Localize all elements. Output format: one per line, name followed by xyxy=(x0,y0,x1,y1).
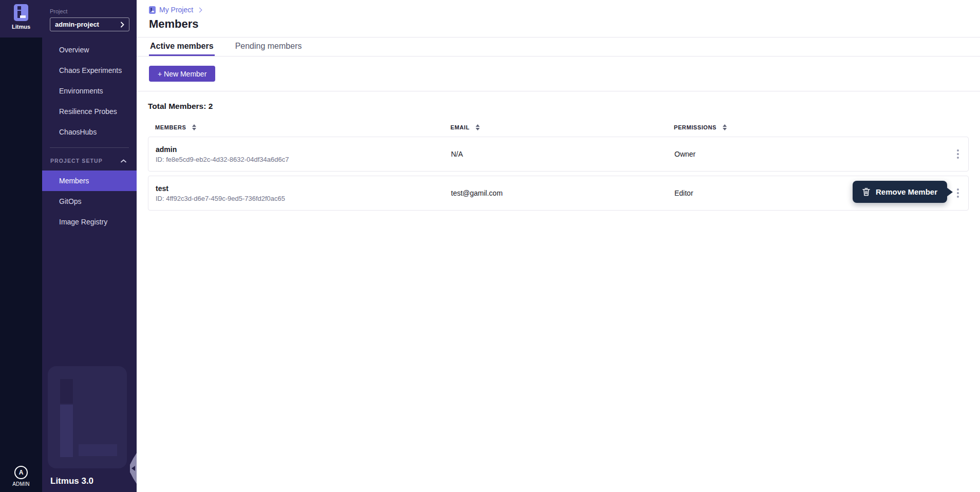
project-selector-value: admin-project xyxy=(55,21,99,28)
trash-icon xyxy=(862,187,870,196)
logo-foot xyxy=(20,15,26,18)
watermark-shape xyxy=(60,405,73,457)
table-row: test ID: 4ff92c3d-d6e7-459c-9ed5-736fd2f… xyxy=(148,176,969,211)
column-header-email: EMAIL xyxy=(450,124,674,130)
member-id: ID: fe8e5cd9-eb2c-4d32-8632-04df34a6d6c7 xyxy=(156,156,451,163)
members-section: Total Members: 2 MEMBERS EMAIL PERMISSIO… xyxy=(137,91,980,492)
members-column-label: MEMBERS xyxy=(155,124,186,130)
chevron-right-icon xyxy=(120,22,124,28)
sidebar-collapse-handle[interactable] xyxy=(130,453,137,484)
member-permission: Owner xyxy=(674,150,940,158)
left-rail: Litmus A ADMIN xyxy=(0,0,42,492)
user-avatar[interactable]: A xyxy=(14,466,28,479)
sidebar-item-members[interactable]: Members xyxy=(42,171,137,191)
project-setup-label: PROJECT SETUP xyxy=(50,158,103,164)
row-menu-button[interactable] xyxy=(955,186,961,200)
app-root: Litmus A ADMIN Project admin-project Ove… xyxy=(0,0,980,492)
sidebar-setup-nav: Members GitOps Image Registry xyxy=(42,171,137,232)
permissions-column-label: PERMISSIONS xyxy=(674,124,717,130)
tab-pending-members[interactable]: Pending members xyxy=(234,37,303,56)
table-row: admin ID: fe8e5cd9-eb2c-4d32-8632-04df34… xyxy=(148,137,969,172)
breadcrumb-project-link[interactable]: My Project xyxy=(159,6,193,14)
watermark-shape xyxy=(60,379,73,404)
remove-member-label: Remove Member xyxy=(876,187,937,196)
breadcrumb: My Project xyxy=(149,6,980,14)
chevron-up-icon xyxy=(121,159,126,163)
member-name: admin xyxy=(156,145,451,154)
row-menu-button[interactable] xyxy=(955,147,961,161)
tab-bar: Active members Pending members xyxy=(137,37,980,56)
user-block: A ADMIN xyxy=(0,466,42,492)
member-name: test xyxy=(156,184,451,193)
sidebar-item-image-registry[interactable]: Image Registry xyxy=(42,212,137,232)
column-header-members: MEMBERS xyxy=(155,124,450,130)
litmus-watermark-logo xyxy=(48,366,127,468)
member-cell: admin ID: fe8e5cd9-eb2c-4d32-8632-04df34… xyxy=(156,145,451,163)
logo-dot xyxy=(17,6,21,10)
brand-block: Litmus xyxy=(0,0,42,37)
sidebar-item-overview[interactable]: Overview xyxy=(42,40,137,60)
member-email: N/A xyxy=(451,150,674,158)
chevron-right-icon xyxy=(197,7,202,12)
sidebar-item-environments[interactable]: Environments xyxy=(42,81,137,101)
sidebar-item-chaoshubs[interactable]: ChaosHubs xyxy=(42,122,137,142)
page-title: Members xyxy=(149,17,980,31)
table-header-row: MEMBERS EMAIL PERMISSIONS xyxy=(148,124,969,130)
sidebar-nav: Overview Chaos Experiments Environments … xyxy=(42,40,137,142)
member-cell: test ID: 4ff92c3d-d6e7-459c-9ed5-736fd2f… xyxy=(156,184,451,202)
user-label: ADMIN xyxy=(12,481,30,487)
sidebar-item-gitops[interactable]: GitOps xyxy=(42,191,137,212)
project-selector[interactable]: admin-project xyxy=(50,17,129,31)
new-member-button[interactable]: + New Member xyxy=(149,66,215,82)
toolbar: + New Member xyxy=(137,56,980,91)
sidebar-item-resilience-probes[interactable]: Resilience Probes xyxy=(42,101,137,122)
sidebar-item-chaos-experiments[interactable]: Chaos Experiments xyxy=(42,60,137,81)
member-email: test@gamil.com xyxy=(451,189,674,197)
litmus-logo-icon xyxy=(14,4,28,21)
remove-member-menu-item[interactable]: Remove Member xyxy=(853,181,947,203)
sidebar: Project admin-project Overview Chaos Exp… xyxy=(42,0,137,492)
total-members-label: Total Members: 2 xyxy=(148,102,969,111)
sort-icon[interactable] xyxy=(476,124,480,130)
column-header-permissions: PERMISSIONS xyxy=(674,124,941,130)
sort-icon[interactable] xyxy=(192,124,196,130)
brand-label: Litmus xyxy=(12,24,30,30)
tab-active-members[interactable]: Active members xyxy=(149,37,215,56)
watermark-shape xyxy=(79,444,117,456)
sidebar-divider xyxy=(50,147,129,148)
project-setup-section-toggle[interactable]: PROJECT SETUP xyxy=(42,154,137,167)
project-icon xyxy=(149,6,156,14)
version-label: Litmus 3.0 xyxy=(50,476,93,486)
member-id: ID: 4ff92c3d-d6e7-459c-9ed5-736fd2f0ac65 xyxy=(156,195,451,202)
main-content: My Project Members Active members Pendin… xyxy=(137,0,980,492)
sort-icon[interactable] xyxy=(723,124,727,130)
page-header: My Project Members xyxy=(137,0,980,37)
email-column-label: EMAIL xyxy=(450,124,469,130)
project-label: Project xyxy=(50,8,137,14)
